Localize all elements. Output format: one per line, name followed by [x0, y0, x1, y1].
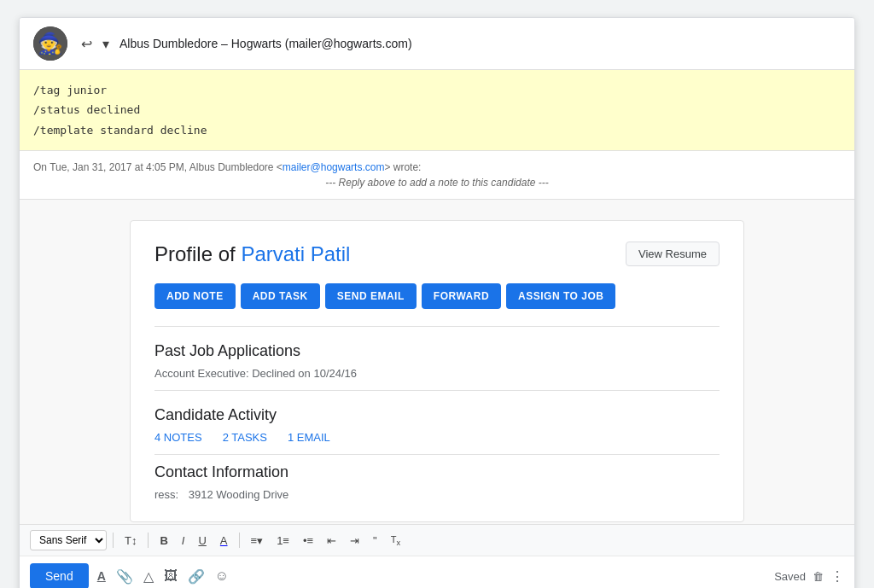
- attach-file-icon[interactable]: 📎: [116, 568, 133, 585]
- quote-header: On Tue, Jan 31, 2017 at 4:05 PM, Albus D…: [33, 161, 841, 173]
- quote-text2: > wrote:: [384, 161, 421, 173]
- profile-header: Profile of Parvati Patil View Resume: [154, 242, 720, 266]
- font-color-button[interactable]: A: [215, 532, 233, 550]
- text-formatting-icon[interactable]: A: [97, 569, 106, 583]
- action-buttons: ADD NOTE ADD TASK SEND EMAIL FORWARD ASS…: [154, 283, 720, 309]
- email-link[interactable]: 1 EMAIL: [288, 431, 330, 444]
- forward-button[interactable]: FORWARD: [422, 283, 501, 309]
- reply-dropdown[interactable]: ▾: [99, 32, 113, 55]
- avatar-image: [33, 26, 67, 61]
- drive-icon[interactable]: △: [143, 568, 154, 585]
- saved-status: Saved 🗑 ⋮: [774, 568, 844, 585]
- reply-button[interactable]: ↩: [78, 32, 96, 55]
- reply-instruction: --- Reply above to add a note to this ca…: [33, 177, 841, 189]
- photo-icon[interactable]: 🖼: [164, 568, 178, 584]
- bold-button[interactable]: B: [154, 532, 172, 550]
- divider-2: [154, 390, 720, 391]
- send-toolbar-icons: A 📎 △ 🖼 🔗 ☺: [97, 568, 229, 585]
- avatar: [33, 26, 67, 61]
- indent-more-button[interactable]: ⇥: [345, 532, 364, 550]
- divider-1: [154, 326, 720, 327]
- quote-email[interactable]: mailer@hogwarts.com: [283, 161, 385, 173]
- compose-line-1: /tag junior: [33, 80, 841, 100]
- quote-text: On Tue, Jan 31, 2017 at 4:05 PM, Albus D…: [33, 161, 283, 173]
- sender-label: Albus Dumbledore – Hogwarts (mailer@hogw…: [119, 37, 412, 50]
- font-family-select[interactable]: Sans Serif: [30, 530, 107, 550]
- compose-line-2: /status declined: [33, 100, 841, 119]
- align-button[interactable]: ≡▾: [246, 532, 269, 550]
- send-button[interactable]: Send: [30, 563, 89, 588]
- toolbar-area: Sans Serif T↕ B I U A ≡▾ 1≡ •≡ ⇤ ⇥ " Tx …: [20, 524, 854, 588]
- saved-text: Saved: [774, 570, 806, 583]
- indent-less-button[interactable]: ⇤: [322, 532, 341, 550]
- format-toolbar: Sans Serif T↕ B I U A ≡▾ 1≡ •≡ ⇤ ⇥ " Tx: [20, 525, 854, 556]
- blockquote-button[interactable]: ": [368, 532, 382, 550]
- italic-button[interactable]: I: [177, 532, 190, 550]
- delete-icon[interactable]: 🗑: [813, 570, 824, 583]
- font-size-button[interactable]: T↕: [119, 532, 142, 550]
- add-note-button[interactable]: ADD NOTE: [154, 283, 236, 309]
- clear-format-button[interactable]: Tx: [386, 532, 405, 550]
- send-email-button[interactable]: SEND EMAIL: [325, 283, 417, 309]
- past-jobs-title: Past Job Applications: [154, 335, 720, 360]
- contact-title: Contact Information: [154, 454, 720, 481]
- compose-line-3: /template standard decline: [33, 120, 841, 140]
- profile-card: Profile of Parvati Patil View Resume ADD…: [130, 220, 744, 522]
- emoji-icon[interactable]: ☺: [215, 568, 229, 584]
- separator-3: [239, 533, 240, 548]
- address-row: ress: 3912 Wooding Drive: [154, 488, 720, 501]
- address-value: 3912 Wooding Drive: [189, 488, 289, 501]
- address-label: ress:: [154, 488, 178, 501]
- add-task-button[interactable]: ADD TASK: [241, 283, 320, 309]
- assign-to-job-button[interactable]: ASSIGN TO JOB: [506, 283, 615, 309]
- past-jobs-content: Account Executive: Declined on 10/24/16: [154, 367, 720, 380]
- header-actions: ↩ ▾: [78, 32, 113, 55]
- view-resume-button[interactable]: View Resume: [626, 242, 720, 266]
- email-window: ↩ ▾ Albus Dumbledore – Hogwarts (mailer@…: [19, 17, 855, 588]
- quote-area: On Tue, Jan 31, 2017 at 4:05 PM, Albus D…: [20, 151, 854, 200]
- underline-button[interactable]: U: [193, 532, 211, 550]
- send-toolbar: Send A 📎 △ 🖼 🔗 ☺ Saved 🗑 ⋮: [20, 556, 854, 588]
- activity-links: 4 NOTES 2 TASKS 1 EMAIL: [154, 431, 720, 444]
- separator-1: [113, 533, 114, 548]
- profile-area: Profile of Parvati Patil View Resume ADD…: [20, 200, 854, 524]
- separator-2: [148, 533, 149, 548]
- profile-title-prefix: Profile of: [154, 242, 241, 265]
- profile-name: Parvati Patil: [241, 242, 350, 265]
- unordered-list-button[interactable]: •≡: [298, 532, 318, 550]
- compose-area[interactable]: /tag junior /status declined /template s…: [20, 70, 854, 151]
- ordered-list-button[interactable]: 1≡: [271, 532, 294, 550]
- profile-title: Profile of Parvati Patil: [154, 242, 350, 266]
- candidate-activity-title: Candidate Activity: [154, 399, 720, 424]
- more-options-button[interactable]: ⋮: [830, 568, 844, 585]
- notes-link[interactable]: 4 NOTES: [154, 431, 202, 444]
- email-header: ↩ ▾ Albus Dumbledore – Hogwarts (mailer@…: [20, 18, 854, 70]
- tasks-link[interactable]: 2 TASKS: [223, 431, 267, 444]
- link-icon[interactable]: 🔗: [188, 568, 205, 585]
